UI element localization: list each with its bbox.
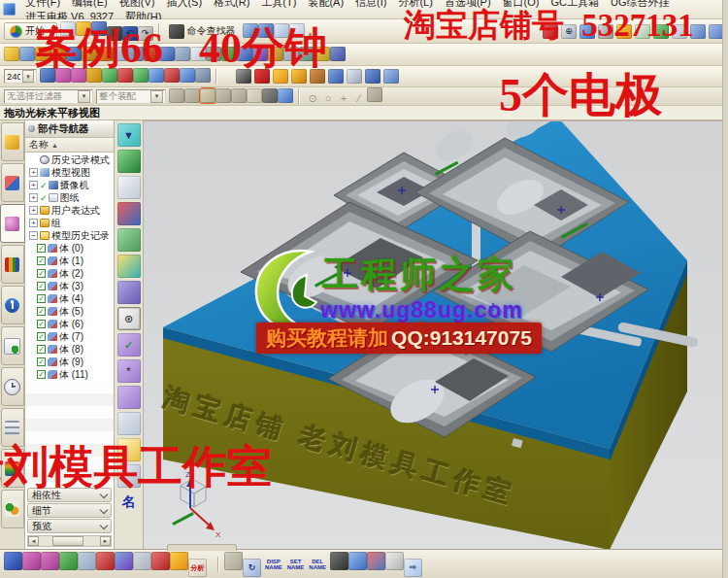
- touch-mode-icon[interactable]: [258, 23, 274, 38]
- move-object-icon[interactable]: [653, 24, 669, 39]
- display-cube-icon[interactable]: [117, 176, 141, 199]
- sketch-icon[interactable]: [4, 47, 19, 61]
- pane-icon[interactable]: [672, 24, 687, 39]
- tree-body-item[interactable]: ✓ 体 (5): [25, 305, 114, 318]
- reorient-icon[interactable]: [184, 88, 200, 103]
- users-tab[interactable]: [1, 490, 24, 528]
- selection-filter-select[interactable]: 无选择过滤器 ▾: [4, 89, 93, 104]
- display-mode-select[interactable]: 240 ▾: [4, 69, 37, 84]
- dimension-cube-icon[interactable]: [96, 552, 115, 570]
- extrude-icon[interactable]: [35, 47, 50, 61]
- tree-body-item[interactable]: ✓ 体 (7): [25, 330, 114, 343]
- tree-expander[interactable]: −: [29, 231, 38, 240]
- trim-body-icon[interactable]: [144, 47, 159, 61]
- command-finder-button[interactable]: 命令查找器: [165, 23, 240, 40]
- thread-icon[interactable]: [206, 47, 221, 61]
- pan-icon[interactable]: [200, 88, 215, 103]
- delete-icon[interactable]: X: [107, 26, 122, 41]
- tree-body-item[interactable]: ✓ 体 (2): [25, 267, 114, 280]
- tree-body-item[interactable]: ✓ 体 (9): [25, 356, 114, 368]
- photo-icon[interactable]: [347, 69, 362, 84]
- tree-body-item[interactable]: ✓ 体 (1): [25, 255, 114, 267]
- panel-details[interactable]: 细节: [27, 503, 112, 518]
- sync-replace-icon[interactable]: [117, 68, 133, 83]
- snapshot-icon[interactable]: [616, 24, 632, 39]
- tree-expander[interactable]: +: [29, 168, 38, 177]
- eye-icon[interactable]: [348, 552, 367, 570]
- electrode-block-icon[interactable]: [254, 69, 270, 84]
- tree-body-item[interactable]: ✓ 体 (11): [25, 368, 114, 381]
- checkbox-checked-icon[interactable]: ✓: [37, 345, 46, 354]
- name-sheet-icon[interactable]: [117, 412, 141, 435]
- intersect-icon[interactable]: [252, 47, 268, 61]
- selection-scope-select[interactable]: 整个装配 ▾: [96, 89, 166, 104]
- part-families-icon[interactable]: [40, 68, 55, 83]
- datum-plane-icon[interactable]: [19, 47, 35, 61]
- tree-item-model-views[interactable]: + 模型视图: [25, 166, 114, 179]
- boolean-shapes-icon[interactable]: [117, 228, 141, 252]
- name-wrench-icon[interactable]: [117, 386, 141, 409]
- wrench-tools-icon[interactable]: [367, 552, 385, 570]
- menu-item[interactable]: 窗口(O): [497, 0, 546, 10]
- menu-item[interactable]: 首选项(P): [439, 0, 497, 10]
- revolve-icon[interactable]: [50, 47, 66, 61]
- reuse-library-tab[interactable]: [1, 245, 24, 284]
- sheet-wedge-icon[interactable]: [383, 69, 399, 84]
- datum-pillar-icon[interactable]: [117, 255, 141, 278]
- offset-surface-icon[interactable]: [299, 47, 314, 61]
- start-button[interactable]: 开始 ▾: [4, 22, 57, 40]
- save-icon[interactable]: [91, 21, 107, 36]
- spreadsheet-icon[interactable]: [117, 464, 141, 488]
- menu-item[interactable]: 装配(A): [302, 0, 349, 10]
- link-arrow-icon[interactable]: [224, 552, 243, 570]
- shaded-cube-icon[interactable]: [579, 24, 595, 39]
- layout-icon[interactable]: [289, 23, 305, 38]
- slab-icon[interactable]: [133, 552, 151, 570]
- tree-expander[interactable]: +: [29, 193, 38, 202]
- analysis-icon[interactable]: 分析: [188, 559, 207, 577]
- delete-name-button[interactable]: DELNAME: [309, 559, 326, 570]
- tree-body-item[interactable]: ✓ 体 (3): [25, 280, 114, 292]
- checkbox-checked-icon[interactable]: ✓: [37, 320, 46, 328]
- new-part-icon[interactable]: [60, 21, 76, 36]
- horizontal-scrollbar[interactable]: ◄ ►: [27, 535, 112, 547]
- electrode-copy-icon[interactable]: [291, 69, 307, 84]
- sew-icon[interactable]: [268, 47, 283, 61]
- menu-item[interactable]: 工具(T): [255, 0, 302, 10]
- tree-body-item[interactable]: ✓ 体 (8): [25, 343, 114, 356]
- bin-icon[interactable]: [78, 552, 96, 570]
- iso-view-pink-icon[interactable]: [22, 552, 41, 570]
- edge-blend-icon[interactable]: [159, 47, 175, 61]
- checkbox-checked-icon[interactable]: ✓: [37, 370, 46, 379]
- pushpin-icon[interactable]: [28, 125, 35, 132]
- snap-center-icon[interactable]: ⊙: [305, 91, 320, 106]
- axis-icon[interactable]: [236, 69, 251, 84]
- offset-region-icon[interactable]: [86, 68, 102, 83]
- sync-move-icon[interactable]: [133, 68, 149, 83]
- csys-triad-icon[interactable]: [151, 552, 170, 570]
- panel-preview[interactable]: 预览: [27, 519, 112, 533]
- electrode-tools-icon[interactable]: [310, 69, 325, 84]
- electrode-package-icon[interactable]: [328, 69, 344, 84]
- fly-icon[interactable]: [231, 88, 247, 103]
- marquee-icon[interactable]: [247, 88, 262, 103]
- tree-expander[interactable]: +: [29, 206, 38, 215]
- tree-body-item[interactable]: ✓ 体 (0): [25, 242, 114, 255]
- history-tab[interactable]: [1, 326, 24, 365]
- name-compass-icon[interactable]: *: [117, 359, 141, 383]
- window-cascade-icon[interactable]: [274, 23, 289, 38]
- pad-icon[interactable]: [113, 47, 128, 61]
- tree-item-user-expressions[interactable]: + 用户表达式: [25, 204, 114, 217]
- patch-icon[interactable]: [283, 47, 299, 61]
- navigator-column-header[interactable]: 名称 ▲: [25, 138, 114, 153]
- menu-item[interactable]: 信息(I): [349, 0, 392, 10]
- checkbox-checked-icon[interactable]: ✓: [37, 357, 46, 366]
- pull-face-icon[interactable]: [71, 68, 86, 83]
- electrode-bucket-icon[interactable]: [273, 69, 288, 84]
- selection-gear-icon[interactable]: [169, 88, 184, 103]
- tree-body-item[interactable]: ✓ 体 (6): [25, 318, 114, 330]
- checkbox-checked-icon[interactable]: ✓: [37, 269, 46, 278]
- wedge-left-icon[interactable]: [690, 24, 706, 39]
- checkbox-checked-icon[interactable]: ✓: [37, 244, 46, 253]
- pencil-box-icon[interactable]: [385, 552, 404, 570]
